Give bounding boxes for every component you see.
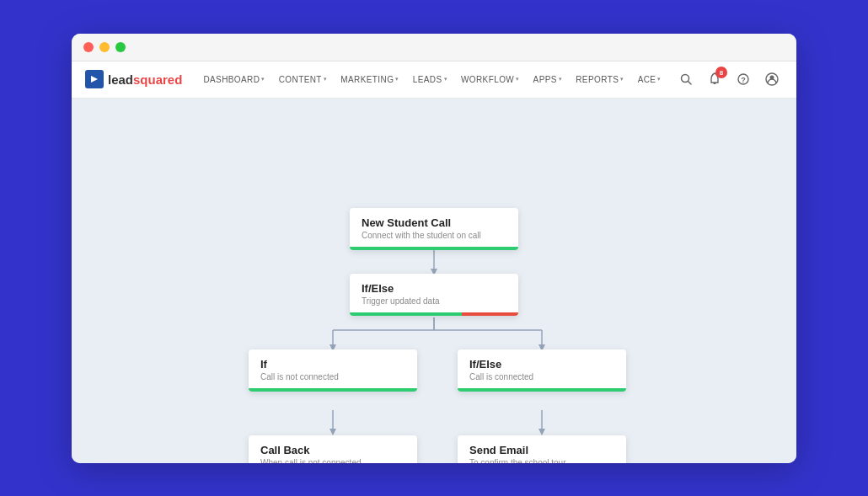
node4-bar [458, 388, 626, 392]
chevron-down-icon: ▾ [657, 76, 661, 83]
node3-title: If [260, 358, 405, 371]
svg-text:?: ? [741, 76, 746, 84]
svg-marker-22 [538, 429, 545, 435]
chevron-down-icon: ▾ [444, 76, 447, 83]
maximize-dot[interactable] [115, 42, 126, 52]
chevron-down-icon: ▾ [261, 76, 265, 83]
chevron-down-icon: ▾ [620, 76, 624, 83]
node2-bar [350, 312, 518, 316]
chevron-down-icon: ▾ [324, 76, 327, 83]
node2-subtitle: Trigger updated data [362, 296, 506, 306]
nav-dashboard[interactable]: DASHBOARD ▾ [197, 61, 271, 98]
logo[interactable]: leadsquared [85, 70, 182, 88]
node1-title: New Student Call [362, 216, 506, 229]
nav-reports[interactable]: REPORTS ▾ [570, 61, 630, 98]
nav-marketing[interactable]: MARKETING ▾ [335, 61, 405, 98]
logo-text: leadsquared [108, 72, 182, 87]
node-ifelse-right[interactable]: If/Else Call is connected [458, 349, 626, 392]
svg-marker-20 [330, 429, 336, 435]
node5-title: Call Back [260, 444, 405, 456]
navbar: leadsquared DASHBOARD ▾ CONTENT ▾ MARKET… [72, 61, 796, 99]
svg-rect-4 [714, 83, 716, 84]
svg-line-3 [689, 82, 692, 85]
nav-leads[interactable]: LEADS ▾ [407, 61, 453, 98]
node3-subtitle: Call is not connected [260, 372, 405, 381]
nav-workflow[interactable]: WORKFLOW ▾ [455, 61, 526, 98]
node-if-left[interactable]: If Call is not connected [249, 349, 417, 392]
chevron-down-icon: ▾ [516, 76, 519, 83]
minimize-dot[interactable] [99, 42, 110, 52]
node-new-student-call[interactable]: New Student Call Connect with the studen… [350, 208, 518, 250]
node-ifelse-main[interactable]: If/Else Trigger updated data [350, 274, 518, 316]
help-button[interactable]: ? [732, 68, 754, 90]
node6-subtitle: To confirm the school tour [469, 458, 614, 463]
nav-content[interactable]: CONTENT ▾ [273, 61, 334, 98]
node-callback[interactable]: Call Back When call is not connected [249, 435, 417, 463]
node1-subtitle: Connect with the student on call [362, 231, 506, 240]
nav-icons: 8 ? [675, 68, 783, 90]
node6-title: Send Email [469, 444, 614, 456]
node2-title: If/Else [362, 282, 506, 295]
node-send-email[interactable]: Send Email To confirm the school tour [458, 435, 626, 463]
browser-window: leadsquared DASHBOARD ▾ CONTENT ▾ MARKET… [72, 34, 796, 463]
node3-bar [249, 388, 417, 392]
user-button[interactable] [761, 68, 783, 90]
nav-apps[interactable]: APPS ▾ [528, 61, 569, 98]
main-content: New Student Call Connect with the studen… [72, 99, 796, 463]
nav-items: DASHBOARD ▾ CONTENT ▾ MARKETING ▾ LEADS … [197, 61, 675, 98]
close-dot[interactable] [83, 42, 94, 52]
notifications-button[interactable]: 8 [704, 68, 726, 90]
notification-badge: 8 [715, 67, 727, 78]
nav-ace[interactable]: ACE ▾ [632, 61, 667, 98]
workflow-canvas: New Student Call Connect with the studen… [72, 99, 796, 463]
title-bar [72, 34, 796, 61]
logo-icon [85, 70, 104, 88]
node4-subtitle: Call is connected [469, 372, 614, 381]
chevron-down-icon: ▾ [559, 76, 562, 83]
chevron-down-icon: ▾ [395, 76, 399, 83]
node4-title: If/Else [469, 358, 614, 371]
search-button[interactable] [675, 68, 697, 90]
node5-subtitle: When call is not connected [260, 458, 405, 463]
node1-bar [350, 247, 518, 250]
